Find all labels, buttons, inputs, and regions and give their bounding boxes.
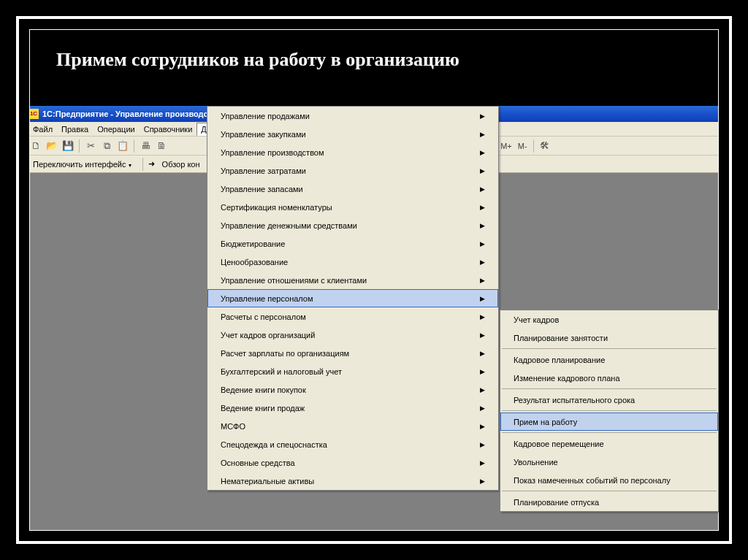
mminus-label[interactable]: M- bbox=[516, 142, 530, 150]
docs-menu-item[interactable]: Расчет зарплаты по организациям▶ bbox=[207, 344, 498, 362]
menu-item-label: Ведение книги покупок bbox=[221, 386, 306, 394]
submenu-arrow-icon: ▶ bbox=[480, 386, 485, 394]
switch-interface-button[interactable]: Переключить интерфейс ▾ bbox=[29, 158, 140, 170]
submenu-item[interactable]: Прием на работу bbox=[500, 413, 718, 431]
submenu-arrow-icon: ▶ bbox=[480, 112, 485, 120]
separator bbox=[142, 158, 143, 171]
submenu-item[interactable]: Кадровое планирование bbox=[500, 350, 718, 369]
docs-menu-item[interactable]: Нематериальные активы▶ bbox=[207, 472, 498, 490]
submenu-arrow-icon: ▶ bbox=[480, 404, 485, 412]
docs-menu-item[interactable]: Ведение книги продаж▶ bbox=[207, 399, 498, 417]
menu-item-label: Управление закупками bbox=[221, 130, 306, 139]
menu-item-label: Изменение кадрового плана bbox=[514, 374, 620, 383]
menu-item-label: Управление затратами bbox=[221, 166, 306, 175]
menu-item-label: Управление денежными средствами bbox=[221, 221, 357, 230]
menu-item-label: Планирование занятости bbox=[514, 334, 608, 342]
menu-operations[interactable]: Операции bbox=[93, 123, 139, 136]
overview-icon[interactable]: ➜ bbox=[145, 159, 158, 169]
docs-menu-item[interactable]: Управление продажами▶ bbox=[207, 107, 498, 125]
docs-menu-item[interactable]: Ведение книги покупок▶ bbox=[207, 380, 498, 399]
docs-menu-item[interactable]: Управление денежными средствами▶ bbox=[207, 216, 498, 234]
submenu-arrow-icon: ▶ bbox=[480, 167, 485, 174]
submenu-item[interactable]: Показ намеченных событий по персоналу bbox=[500, 471, 718, 489]
submenu-arrow-icon: ▶ bbox=[480, 477, 485, 485]
submenu-arrow-icon: ▶ bbox=[480, 295, 485, 302]
menu-separator bbox=[502, 348, 717, 349]
docs-menu-item[interactable]: Управление отношениями с клиентами▶ bbox=[207, 271, 498, 289]
menu-item-label: Расчеты с персоналом bbox=[221, 312, 306, 321]
menu-item-label: Ведение книги продаж bbox=[221, 404, 305, 413]
menu-item-label: Прием на работу bbox=[514, 418, 577, 426]
submenu-item[interactable]: Планирование занятости bbox=[500, 329, 718, 347]
submenu-arrow-icon: ▶ bbox=[480, 368, 485, 375]
menu-item-label: Увольнение bbox=[514, 458, 558, 467]
chevron-down-icon: ▾ bbox=[129, 162, 136, 169]
mplus-label[interactable]: M+ bbox=[498, 142, 514, 150]
docs-menu-item[interactable]: Сертификация номенклатуры▶ bbox=[207, 198, 498, 216]
docs-menu-item[interactable]: Спецодежда и спецоснастка▶ bbox=[207, 435, 498, 453]
docs-menu-item[interactable]: Управление персоналом▶ bbox=[207, 289, 498, 307]
submenu-arrow-icon: ▶ bbox=[480, 149, 485, 156]
separator bbox=[134, 139, 134, 153]
menu-item-label: Бюджетирование bbox=[221, 239, 285, 248]
docs-menu-item[interactable]: Учет кадров организаций▶ bbox=[207, 326, 498, 344]
preview-icon[interactable]: 🗎 bbox=[154, 139, 169, 153]
docs-menu-item[interactable]: Управление запасами▶ bbox=[207, 180, 498, 198]
personnel-submenu: Учет кадровПланирование занятостиКадрово… bbox=[500, 310, 719, 512]
submenu-arrow-icon: ▶ bbox=[480, 240, 485, 248]
app-icon: 1C bbox=[29, 109, 39, 119]
menu-separator bbox=[502, 432, 717, 433]
submenu-arrow-icon: ▶ bbox=[480, 459, 485, 467]
menu-item-label: Основные средства bbox=[221, 459, 295, 467]
open-icon[interactable]: 📂 bbox=[45, 139, 59, 153]
submenu-item[interactable]: Планирование отпуска bbox=[500, 493, 718, 511]
save-icon[interactable]: 💾 bbox=[61, 139, 75, 153]
paste-icon[interactable]: 📋 bbox=[115, 139, 130, 153]
submenu-item[interactable]: Результат испытательного срока bbox=[500, 391, 718, 409]
documents-menu: Управление продажами▶Управление закупкам… bbox=[207, 106, 499, 491]
copy-icon[interactable]: ⧉ bbox=[99, 139, 114, 153]
docs-menu-item[interactable]: Управление производством▶ bbox=[207, 143, 498, 161]
tools-icon[interactable]: 🛠 bbox=[538, 139, 552, 153]
menu-item-label: Бухгалтерский и налоговый учет bbox=[221, 367, 342, 376]
submenu-arrow-icon: ▶ bbox=[480, 131, 485, 138]
docs-menu-item[interactable]: Управление затратами▶ bbox=[207, 161, 498, 180]
print-icon[interactable]: 🖶 bbox=[138, 139, 153, 153]
docs-menu-item[interactable]: Основные средства▶ bbox=[207, 453, 498, 472]
menu-edit[interactable]: Правка bbox=[57, 123, 93, 136]
menu-item-label: Результат испытательного срока bbox=[514, 396, 635, 404]
menu-item-label: Расчет зарплаты по организациям bbox=[221, 349, 349, 358]
docs-menu-item[interactable]: Расчеты с персоналом▶ bbox=[207, 307, 498, 326]
new-icon[interactable]: 🗋 bbox=[29, 139, 43, 153]
docs-menu-item[interactable]: Ценообразование▶ bbox=[207, 253, 498, 271]
menu-separator bbox=[502, 491, 717, 491]
menu-reference[interactable]: Справочники bbox=[140, 123, 197, 136]
docs-menu-item[interactable]: Бухгалтерский и налоговый учет▶ bbox=[207, 362, 498, 380]
submenu-item[interactable]: Учет кадров bbox=[500, 310, 718, 329]
submenu-arrow-icon: ▶ bbox=[480, 185, 485, 193]
submenu-item[interactable]: Увольнение bbox=[500, 453, 718, 471]
switch-interface-label: Переключить интерфейс bbox=[33, 160, 126, 169]
overview-button[interactable]: Обзор кон bbox=[158, 158, 205, 170]
menu-item-label: Показ намеченных событий по персоналу bbox=[514, 476, 671, 485]
menu-item-label: Управление запасами bbox=[221, 185, 303, 193]
menu-item-label: Спецодежда и спецоснастка bbox=[221, 440, 327, 449]
menu-item-label: МСФО bbox=[221, 422, 245, 431]
submenu-arrow-icon: ▶ bbox=[480, 441, 485, 448]
submenu-item[interactable]: Изменение кадрового плана bbox=[500, 369, 718, 387]
separator bbox=[533, 139, 534, 153]
cut-icon[interactable]: ✂ bbox=[83, 139, 98, 153]
docs-menu-item[interactable]: Бюджетирование▶ bbox=[207, 234, 498, 253]
slide-title: Примем сотрудников на работу в организац… bbox=[30, 30, 718, 88]
menu-file[interactable]: Файл bbox=[29, 123, 57, 136]
docs-menu-item[interactable]: Управление закупками▶ bbox=[207, 125, 498, 143]
submenu-arrow-icon: ▶ bbox=[480, 258, 485, 266]
menu-item-label: Нематериальные активы bbox=[221, 477, 314, 486]
submenu-item[interactable]: Кадровое перемещение bbox=[500, 434, 718, 453]
menu-item-label: Управление продажами bbox=[221, 112, 310, 120]
menu-item-label: Учет кадров организаций bbox=[221, 331, 315, 340]
docs-menu-item[interactable]: МСФО▶ bbox=[207, 417, 498, 435]
menu-separator bbox=[502, 388, 717, 389]
menu-item-label: Кадровое планирование bbox=[514, 356, 605, 364]
menu-item-label: Учет кадров bbox=[514, 315, 559, 324]
